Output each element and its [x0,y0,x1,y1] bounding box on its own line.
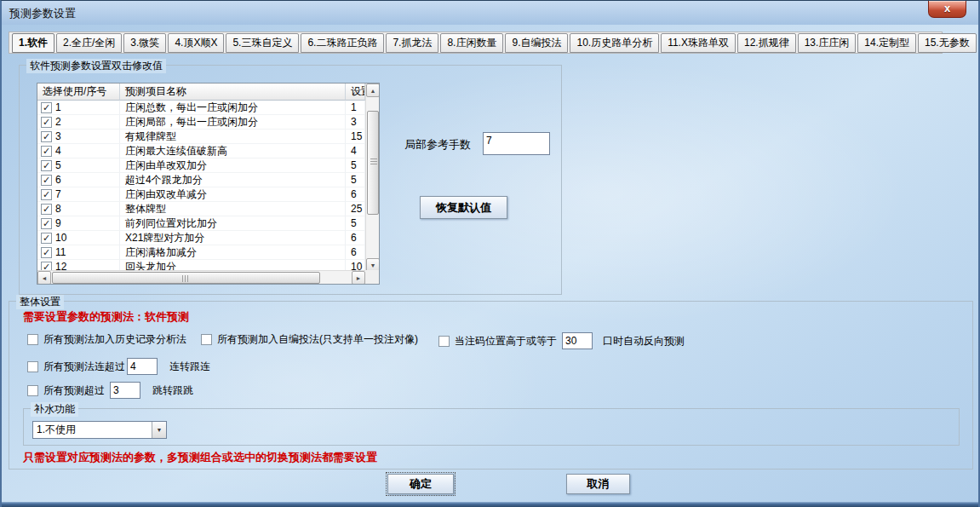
scroll-left-icon[interactable]: ◄ [37,271,51,285]
table-row[interactable]: 3 有规律牌型 15 [37,130,365,144]
table-row[interactable]: 4 庄闲最大连续值破新高 4 [37,144,365,158]
overall-notice: 需要设置参数的预测法：软件预测 [23,309,189,325]
tab-three-bead-custom[interactable]: 5.三珠自定义 [226,33,299,53]
row-checkbox[interactable] [41,204,52,215]
reverse-threshold-input[interactable] [562,332,593,349]
scroll-up-icon[interactable]: ▲ [366,84,380,97]
jump-input[interactable] [110,382,140,399]
title-bar: 预测参数设置 x [2,1,978,25]
scrollbar-corner [365,270,379,284]
table-row[interactable]: 10 X21牌型对方加分 6 [37,231,365,245]
tab-all-banker-player[interactable]: 2.全庄/全闲 [56,33,122,53]
history-checkbox[interactable] [27,334,38,345]
row-checkbox[interactable] [41,247,52,258]
water-groupbox: 补水功能 1.不使用 ▼ [23,408,960,446]
scroll-right-icon[interactable]: ► [352,271,365,285]
bottom-notice: 只需设置对应预测法的参数，多预测组合或选中的切换预测法都需要设置 [23,450,377,465]
table-row[interactable]: 7 庄闲由双改单减分 6 [37,187,365,202]
table-row[interactable]: 2 庄闲局部，每出一庄或闲加分 3 [37,115,365,130]
overall-groupbox: 整体设置 需要设置参数的预测法：软件预测 所有预测法加入历史记录分析法 所有预测… [9,301,973,470]
col-header-name[interactable]: 预测项目名称 [120,84,346,101]
ok-button[interactable]: 确定 [387,474,454,494]
cancel-button[interactable]: 取消 [566,474,630,494]
row-checkbox[interactable] [41,117,52,128]
settings-row-1: 所有预测法加入历史记录分析法 所有预测加入自编投法(只支持单一投注对像) 当注码… [9,332,972,349]
close-button[interactable]: x [928,1,966,18]
auto-reverse-option: 当注码位置高于或等于 口时自动反向预测 [438,332,685,349]
tab-banker-player-count[interactable]: 8.庄闲数量 [440,33,503,53]
params-group-title: 软件预测参数设置双击修改值 [26,59,166,73]
auto-reverse-checkbox[interactable] [438,336,450,347]
water-function-select[interactable]: 1.不使用 ▼ [32,421,167,439]
chevron-down-icon: ▼ [152,422,166,438]
tab-software[interactable]: 1.软件 [12,33,54,53]
streak-input[interactable] [127,358,158,375]
tab-smile[interactable]: 3.微笑 [123,33,166,53]
local-ref-input[interactable] [483,132,550,155]
tab-customized[interactable]: 14.定制型 [857,33,916,53]
tab-two-bead-road[interactable]: 6.二珠路正负路 [301,33,384,53]
settings-row-3: 所有预测超过 跳转跟跳 [9,382,972,399]
restore-defaults-button[interactable]: 恢复默认值 [420,196,507,219]
overall-group-title: 整体设置 [16,295,64,309]
tab-catch-pattern[interactable]: 12.抓规律 [737,33,796,53]
row-checkbox[interactable] [41,189,52,200]
custom-bet-option: 所有预测加入自编投法(只支持单一投注对像) [201,332,418,347]
table-row[interactable]: 5 庄闲由单改双加分 5 [37,158,365,173]
col-header-value[interactable]: 设置 [346,84,365,101]
vertical-scroll-thumb[interactable] [367,111,379,215]
params-groupbox: 软件预测参数设置双击修改值 选择使用/序号 预测项目名称 设置 1 庄闲总数，每… [19,65,562,295]
row-checkbox[interactable] [41,218,52,229]
params-table: 选择使用/序号 预测项目名称 设置 1 庄闲总数，每出一庄或闲加分 1 2 庄闲… [37,83,380,285]
horizontal-scroll-thumb[interactable] [52,272,320,284]
streak-checkbox[interactable] [27,361,38,372]
table-body: 1 庄闲总数，每出一庄或闲加分 1 2 庄闲局部，每出一庄或闲加分 3 3 有规… [37,101,365,272]
custom-bet-checkbox[interactable] [201,334,212,345]
horizontal-scrollbar[interactable]: ◄ ► [37,270,365,284]
dialog-window: 预测参数设置 x 1.软件 2.全庄/全闲 3.微笑 4.顶X顺X 5.三珠自定… [0,0,980,507]
window-title: 预测参数设置 [9,6,76,21]
close-icon: x [944,3,950,14]
water-group-title: 补水功能 [31,402,78,417]
tab-x-bead-odd-even[interactable]: 11.X珠路单双 [661,33,736,53]
tab-catch-dragon[interactable]: 7.抓龙法 [386,33,438,53]
table-header: 选择使用/序号 预测项目名称 设置 [37,84,365,101]
tab-history-analysis[interactable]: 10.历史路单分析 [570,33,659,53]
row-checkbox[interactable] [41,146,52,157]
history-option: 所有预测法加入历史记录分析法 [27,332,186,347]
table-row[interactable]: 9 前列同位置对比加分 5 [37,216,365,231]
settings-row-2: 所有预测法连超过 连转跟连 [9,358,972,375]
jump-checkbox[interactable] [27,385,38,396]
table-row[interactable]: 8 整体牌型 25 [37,202,365,216]
streak-option: 所有预测法连超过 连转跟连 [27,358,210,375]
tab-top-x[interactable]: 4.顶X顺X [168,33,224,53]
water-selected-value: 1.不使用 [33,422,152,438]
row-checkbox[interactable] [41,160,52,171]
table-row[interactable]: 6 超过4个跟龙加分 5 [37,173,365,187]
vertical-scrollbar[interactable]: ▲ ▼ [365,84,379,272]
table-row[interactable]: 1 庄闲总数，每出一庄或闲加分 1 [37,101,365,115]
col-header-select[interactable]: 选择使用/序号 [37,84,120,101]
tab-custom-betting[interactable]: 9.自编投法 [505,33,568,53]
row-checkbox[interactable] [41,131,52,142]
row-checkbox[interactable] [41,102,52,113]
row-checkbox[interactable] [41,175,52,186]
table-row[interactable]: 11 庄闲满格加减分 6 [37,245,365,260]
local-ref-label: 局部参考手数 [404,137,471,153]
thumb-grip [182,275,190,282]
tab-no-params[interactable]: 15.无参数 [918,33,977,53]
row-checkbox[interactable] [41,233,52,244]
jump-option: 所有预测超过 跳转跟跳 [27,382,193,399]
thumb-grip [370,158,377,166]
tab-banker-banker-player[interactable]: 13.庄庄闲 [798,33,857,53]
tab-strip: 1.软件 2.全庄/全闲 3.微笑 4.顶X顺X 5.三珠自定义 6.二珠路正负… [9,32,943,54]
window-bottom-border [2,502,978,507]
